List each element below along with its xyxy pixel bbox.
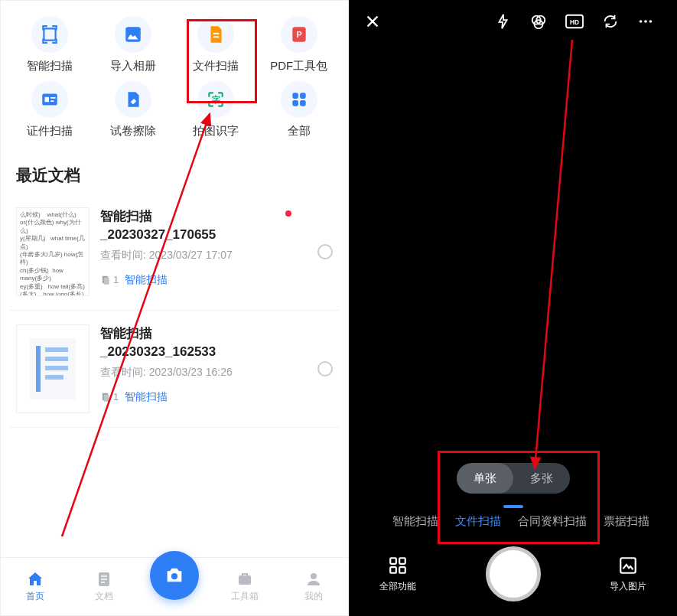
svg-text:HD: HD: [570, 19, 579, 26]
svg-rect-16: [45, 357, 68, 361]
svg-rect-0: [44, 28, 56, 40]
svg-point-32: [644, 20, 647, 23]
document-time: 查看时间: 2023/03/23 16:26: [100, 366, 307, 380]
svg-rect-15: [45, 347, 68, 352]
func-label: 证件扫描: [27, 124, 73, 139]
grid-icon: [281, 81, 317, 118]
bottom-navigation: 首页 文档 工具箱 我的: [1, 557, 348, 615]
file-icon: [197, 16, 234, 53]
count-mode-pill: 单张 多张: [457, 463, 570, 494]
svg-rect-17: [45, 366, 68, 370]
func-paper-erase[interactable]: 试卷擦除: [92, 81, 175, 139]
svg-point-31: [640, 20, 643, 23]
document-item[interactable]: 么时候) what(什么) or(什么颜色) why(为什么) y(星期几) w…: [10, 194, 339, 311]
svg-rect-7: [292, 93, 298, 99]
document-thumbnail: 么时候) what(什么) or(什么颜色) why(为什么) y(星期几) w…: [16, 207, 90, 296]
all-functions-button[interactable]: 全部功能: [379, 556, 416, 593]
nav-docs[interactable]: 文档: [81, 570, 127, 603]
image-icon: [115, 16, 151, 53]
svg-text:P: P: [296, 30, 301, 39]
svg-point-33: [649, 20, 653, 23]
mode-smart-scan[interactable]: 智能扫描: [392, 514, 438, 529]
document-info: 智能扫描_20230327_170655 查看时间: 2023/03/27 17…: [100, 207, 307, 287]
page-count: 1: [100, 274, 119, 285]
svg-rect-35: [390, 558, 396, 564]
document-item[interactable]: 智能扫描_20230323_162533 查看时间: 2023/03/23 16…: [10, 311, 339, 428]
svg-rect-18: [45, 375, 63, 380]
func-label: 全部: [288, 124, 311, 139]
func-label: 试卷擦除: [110, 124, 156, 139]
ocr-icon: 字: [197, 81, 234, 118]
document-title: 智能扫描_20230323_162533: [100, 324, 307, 361]
refresh-icon[interactable]: [602, 13, 619, 30]
mode-receipt-scan[interactable]: 票据扫描: [604, 514, 649, 529]
func-id-scan[interactable]: 证件扫描: [8, 81, 92, 139]
camera-screen: HD 单张 多张 智能扫描 文件扫描 合同资料扫描 票据扫描 全部功能 导入图片: [349, 0, 677, 616]
document-list: 么时候) what(什么) or(什么颜色) why(为什么) y(星期几) w…: [1, 194, 348, 428]
svg-rect-38: [399, 567, 405, 573]
mode-indicator: [503, 505, 523, 508]
flash-icon[interactable]: [495, 13, 512, 30]
func-label: 文件扫描: [193, 59, 239, 73]
func-import-album[interactable]: 导入相册: [92, 16, 175, 73]
scan-icon: [31, 16, 68, 53]
document-tag: 智能扫描: [125, 273, 168, 287]
func-file-scan[interactable]: 文件扫描: [174, 16, 258, 73]
svg-rect-23: [239, 575, 251, 585]
section-title: 最近文档: [1, 146, 348, 194]
svg-text:字: 字: [212, 95, 220, 104]
nav-tools[interactable]: 工具箱: [222, 570, 268, 603]
svg-rect-37: [390, 567, 396, 573]
svg-line-34: [535, 40, 572, 468]
more-icon[interactable]: [637, 13, 654, 30]
func-pdf-tools[interactable]: P PDF工具包: [258, 16, 341, 73]
func-smart-scan[interactable]: 智能扫描: [8, 16, 92, 73]
count-multi[interactable]: 多张: [513, 463, 570, 494]
document-time: 查看时间: 2023/03/27 17:07: [100, 249, 307, 262]
camera-bottom-bar: 全部功能 导入图片: [349, 539, 677, 616]
func-label: 导入相册: [110, 59, 156, 73]
camera-top-bar: HD: [349, 0, 677, 43]
svg-point-24: [311, 573, 317, 579]
scan-mode-row: 智能扫描 文件扫描 合同资料扫描 票据扫描: [349, 514, 677, 529]
hd-icon[interactable]: HD: [565, 13, 584, 30]
svg-point-22: [171, 573, 177, 579]
mode-file-scan[interactable]: 文件扫描: [455, 514, 501, 529]
document-thumbnail: [16, 324, 90, 413]
svg-rect-10: [300, 100, 306, 106]
svg-rect-1: [125, 27, 141, 42]
svg-rect-5: [45, 97, 49, 103]
document-tag: 智能扫描: [125, 390, 168, 404]
import-image-button[interactable]: 导入图片: [610, 556, 646, 593]
card-icon: [31, 81, 68, 118]
erase-icon: [115, 81, 151, 118]
filter-icon[interactable]: [530, 13, 547, 30]
unread-dot: [285, 210, 291, 217]
app-home-screen: 智能扫描 导入相册 文件扫描 P PDF工具包 证件扫描: [0, 0, 349, 616]
document-title: 智能扫描_20230327_170655: [100, 207, 307, 244]
mode-contract-scan[interactable]: 合同资料扫描: [518, 514, 587, 529]
camera-fab[interactable]: [150, 551, 199, 600]
svg-rect-9: [292, 100, 298, 106]
function-grid: 智能扫描 导入相册 文件扫描 P PDF工具包 证件扫描: [1, 1, 348, 146]
shutter-button[interactable]: [486, 546, 541, 601]
svg-rect-12: [104, 277, 109, 284]
svg-rect-36: [399, 558, 405, 564]
close-icon[interactable]: [364, 13, 381, 30]
func-label: PDF工具包: [270, 59, 327, 73]
document-info: 智能扫描_20230323_162533 查看时间: 2023/03/23 16…: [100, 324, 307, 404]
func-label: 智能扫描: [27, 59, 73, 73]
func-label: 拍图识字: [193, 124, 239, 139]
func-all[interactable]: 全部: [258, 81, 341, 139]
svg-rect-20: [104, 394, 109, 401]
pdf-icon: P: [281, 16, 317, 53]
nav-mine[interactable]: 我的: [291, 570, 337, 603]
page-count: 1: [100, 391, 119, 403]
select-checkbox[interactable]: [317, 361, 333, 376]
svg-rect-4: [43, 93, 58, 105]
svg-rect-14: [36, 346, 41, 392]
select-checkbox[interactable]: [317, 244, 333, 259]
func-ocr[interactable]: 字 拍图识字: [174, 81, 258, 139]
count-single[interactable]: 单张: [457, 463, 513, 494]
nav-home[interactable]: 首页: [12, 570, 58, 603]
